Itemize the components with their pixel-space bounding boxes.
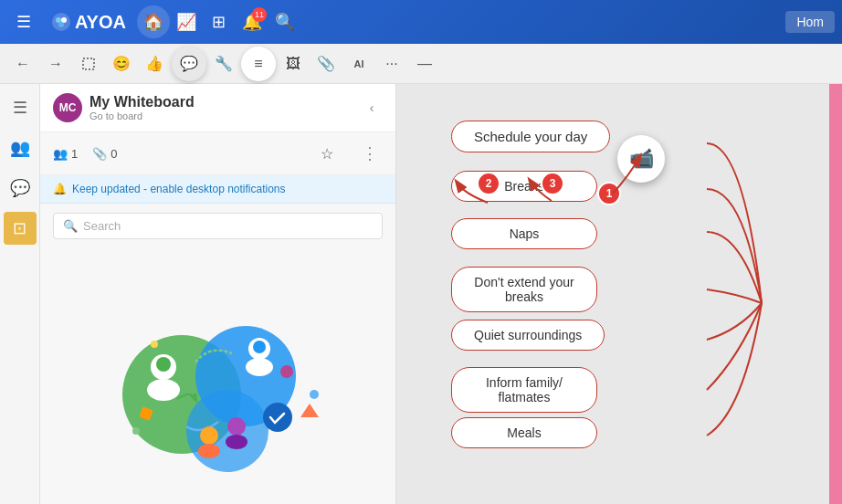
svg-point-22 [132,427,140,435]
svg-rect-4 [83,58,94,69]
search-icon: 🔍 [63,219,78,233]
mindmap-node-6[interactable]: Inform family/ flatmates [451,367,597,413]
search-box[interactable]: 🔍 Search [53,213,383,239]
emoji-button[interactable]: 😊 [106,48,137,79]
undo-button[interactable]: ← [7,48,38,79]
node-label-3: Naps [451,218,597,249]
top-navigation: ☰ AYOA 🏠 📈 ⊞ 🔔 11 🔍 Hom [0,0,842,44]
panel-header: MC My Whiteboard Go to board ‹ [40,84,395,132]
node-label-1: Schedule your day [451,121,610,152]
chart-nav-icon[interactable]: 📈 [170,5,203,38]
node-label-4: Don't extend your breaks [451,267,597,312]
panel-title: My Whiteboard [89,94,353,110]
mindmap-node-3[interactable]: Naps [451,218,597,249]
comment-button[interactable]: 💬 [172,47,206,81]
svg-point-23 [310,390,319,399]
node-label-6: Inform family/ flatmates [451,367,597,413]
collaboration-illustration [90,276,346,477]
svg-point-14 [263,403,292,432]
svg-point-20 [227,417,246,436]
logo-text: AYOA [75,12,126,33]
collapse-button[interactable]: ‹ [361,97,383,119]
logo: AYOA [51,12,126,33]
mindmap-node-4[interactable]: Don't extend your breaks [451,267,597,312]
sidebar-team-icon[interactable]: 👥 [4,131,37,164]
video-call-button[interactable]: 📹 [617,135,665,183]
menu-icon[interactable]: ☰ [7,5,40,38]
main-area: ☰ 👥 💬 ⊡ MC My Whiteboard Go to board ‹ 👥… [0,84,842,504]
svg-point-10 [156,357,171,372]
svg-point-24 [151,341,158,348]
home-button[interactable]: Hom [785,11,835,33]
right-strip [829,84,842,504]
mindmap-node-1[interactable]: Schedule your day [451,121,610,152]
svg-point-16 [280,365,293,378]
attachments-number: 0 [111,147,117,161]
svg-point-9 [147,379,180,401]
select-button[interactable] [73,48,104,79]
panel-meta: 👥 1 📎 0 ☆ ⋮ [40,132,395,175]
attachments-count: 📎 0 [92,147,117,161]
mindmap-node-7[interactable]: Meals [451,417,597,448]
minus-button[interactable]: — [409,48,440,79]
sidebar-list-icon[interactable]: ☰ [4,91,37,124]
panel-illustration [40,248,395,504]
bell-icon: 🔔 [53,183,67,195]
sidebar-board-icon[interactable]: ⊡ [4,212,37,245]
sidebar-chat-icon[interactable]: 💬 [4,172,37,205]
members-number: 1 [71,147,78,161]
svg-point-13 [253,341,266,353]
format-button[interactable]: ≡ [241,47,276,81]
mindmap-node-5[interactable]: Quiet surroundings [451,320,605,351]
more-options-button[interactable]: ··· [376,48,407,79]
grid-nav-icon[interactable]: ⊞ [203,5,236,38]
search-nav-icon[interactable]: 🔍 [268,5,301,38]
svg-point-3 [58,22,64,27]
annotation-2: 2 [477,172,500,195]
star-button[interactable]: ☆ [311,138,342,169]
members-count: 👥 1 [53,147,78,161]
annotation-1: 1 [597,182,621,205]
left-sidebar: ☰ 👥 💬 ⊡ [0,84,40,504]
avatar: MC [53,93,82,122]
svg-marker-17 [300,404,319,417]
svg-point-1 [56,17,61,23]
tool-button[interactable]: 🔧 [208,48,239,79]
go-to-board-link[interactable]: Go to board [89,110,353,121]
redo-button[interactable]: → [40,48,71,79]
panel: MC My Whiteboard Go to board ‹ 👥 1 📎 0 ☆… [40,84,396,504]
notifications-icon[interactable]: 🔔 11 [236,5,268,38]
editor-toolbar: ← → 😊 👍 💬 🔧 ≡ 🖼 📎 AI ··· — [0,44,842,84]
svg-point-12 [246,358,273,376]
node-label-7: Meals [451,417,597,448]
annotation-3: 3 [541,172,564,195]
panel-more-button[interactable]: ⋮ [357,141,383,166]
svg-point-2 [61,17,67,23]
mindmap-node-2[interactable]: Breaks [451,171,597,202]
notification-badge: 11 [252,7,267,22]
ai-button[interactable]: AI [343,48,374,79]
paperclip-icon: 📎 [92,147,107,161]
notification-text: Keep updated - enable desktop notificati… [72,183,286,195]
attach-button[interactable]: 📎 [310,48,342,79]
node-label-5: Quiet surroundings [451,320,605,351]
members-icon: 👥 [53,147,68,161]
svg-point-18 [200,426,218,445]
notification-bar[interactable]: 🔔 Keep updated - enable desktop notifica… [40,175,395,204]
node-label-2: Breaks [451,171,597,202]
svg-point-21 [226,435,247,449]
home-nav-icon[interactable]: 🏠 [137,5,170,38]
search-placeholder: Search [83,219,121,233]
canvas-area[interactable]: Schedule your day Breaks Naps Don't exte… [396,84,842,504]
image-button[interactable]: 🖼 [278,48,309,79]
svg-point-19 [198,444,220,458]
like-button[interactable]: 👍 [139,48,170,79]
